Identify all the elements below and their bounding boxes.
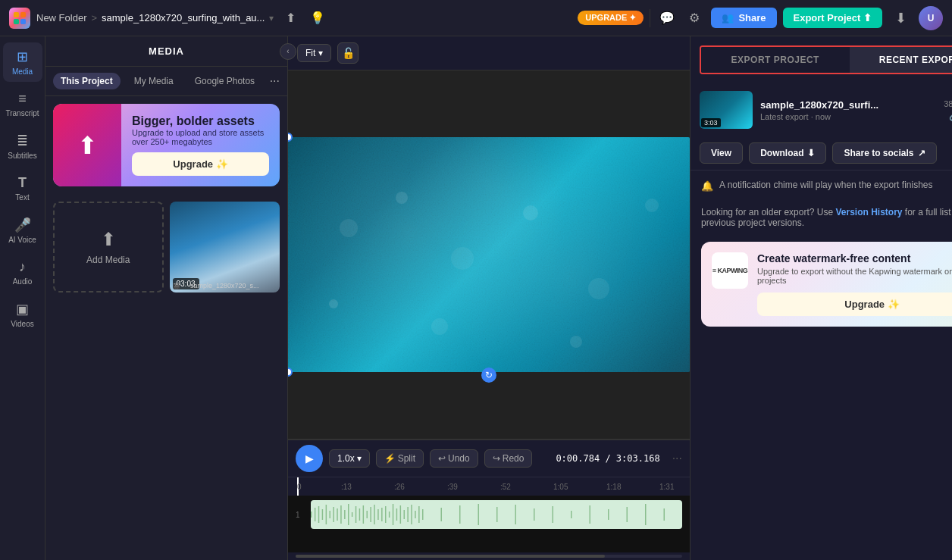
track-content[interactable] (311, 500, 682, 529)
svg-rect-54 (608, 509, 609, 520)
play-button[interactable]: ▶ (296, 445, 323, 472)
svg-rect-53 (590, 505, 590, 524)
media-panel: MEDIA ‹ This Project My Media Google Pho… (45, 36, 288, 560)
tab-my-media[interactable]: My Media (127, 73, 181, 89)
sidebar-item-ai-voice[interactable]: 🎤 AI Voice (3, 211, 42, 250)
timeline-more-button[interactable]: ··· (672, 452, 682, 465)
svg-rect-50 (534, 508, 534, 521)
tab-recent-exports[interactable]: RECENT EXPORTS (850, 47, 953, 73)
redo-button[interactable]: ↪ Redo (484, 449, 533, 468)
svg-rect-34 (385, 506, 386, 523)
svg-rect-21 (337, 508, 337, 521)
ruler-mark-13: :13 (341, 483, 352, 491)
notification-text: A notification chime will play when the … (719, 180, 952, 190)
undo-button[interactable]: ↩ Undo (430, 449, 478, 468)
sidebar-item-transcript[interactable]: ≡ Transcript (3, 85, 42, 124)
sidebar-item-audio[interactable]: ♪ Audio (3, 253, 42, 292)
svg-rect-41 (411, 505, 412, 524)
sidebar-item-text[interactable]: T Text (3, 169, 42, 208)
breadcrumb-chevron[interactable]: ▾ (269, 13, 274, 23)
share-socials-icon: ↗ (918, 148, 925, 158)
svg-rect-32 (377, 509, 378, 520)
settings-icon[interactable]: ⚙ (684, 8, 705, 29)
sidebar-item-videos[interactable]: ▣ Videos (3, 295, 42, 334)
media-icon: ⊞ (17, 48, 28, 65)
sidebar-item-text-label: Text (15, 193, 29, 202)
folder-name[interactable]: New Folder (36, 12, 86, 23)
svg-rect-16 (318, 506, 319, 523)
chat-icon[interactable]: 💬 (656, 8, 678, 29)
svg-rect-45 (441, 508, 442, 521)
svg-point-10 (645, 199, 659, 212)
export-project-button[interactable]: Export Project ⬆ (783, 8, 882, 28)
version-text: Looking for an older export? Use (701, 207, 833, 217)
add-media-button[interactable]: ⬆ Add Media (53, 202, 164, 293)
ai-voice-icon: 🎤 (14, 217, 31, 233)
svg-rect-3 (20, 18, 26, 23)
canvas-video[interactable] (288, 137, 690, 372)
sidebar-item-subtitles[interactable]: ≣ Subtitles (3, 127, 42, 166)
svg-rect-55 (627, 507, 628, 522)
upload-button[interactable]: ⬆ (280, 8, 301, 29)
sidebar-item-audio-label: Audio (13, 277, 33, 286)
light-button[interactable]: 💡 (307, 8, 328, 29)
tab-this-project[interactable]: This Project (53, 73, 121, 89)
export-actions: View Download ⬇ Share to socials ↗ (700, 136, 952, 170)
topbar-download-button[interactable]: ⬇ (888, 6, 913, 30)
svg-rect-30 (370, 507, 371, 522)
sidebar-item-transcript-label: Transcript (5, 109, 39, 117)
svg-rect-33 (381, 508, 382, 521)
speed-button[interactable]: 1.0x ▾ (329, 449, 370, 468)
ruler-mark-105: 1:05 (553, 483, 568, 491)
svg-rect-44 (422, 509, 423, 520)
ruler-mark-26: :26 (394, 483, 405, 491)
svg-point-13 (570, 336, 582, 348)
watermark-upgrade-button[interactable]: Upgrade ✨ (757, 293, 952, 316)
notification-bell-icon: 🔔 (701, 180, 713, 192)
canvas-video-wrapper: ↻ (288, 137, 690, 372)
recent-export-row: 3:03 sample_1280x720_surfi... Latest exp… (700, 83, 952, 136)
svg-rect-46 (459, 505, 460, 524)
scrollbar-thumb[interactable] (296, 555, 605, 558)
tab-export-project[interactable]: EXPORT PROJECT (701, 47, 850, 73)
copy-link-icon: 🔗 (949, 111, 952, 121)
sidebar-item-videos-label: Videos (11, 320, 33, 328)
media-tab-more-button[interactable]: ··· (270, 74, 280, 88)
undo-icon: ↩ (438, 453, 446, 464)
copy-link-button[interactable]: 🔗 Copy Link (949, 111, 952, 121)
rotate-handle[interactable]: ↻ (481, 368, 496, 383)
split-button[interactable]: ⚡ Split (376, 449, 424, 468)
share-button[interactable]: 👥 Share (711, 8, 776, 28)
videos-icon: ▣ (16, 301, 29, 318)
track-label: 1 (296, 511, 311, 519)
tab-google-photos[interactable]: Google Photos (187, 73, 262, 89)
view-button[interactable]: View (700, 142, 743, 164)
sidebar-item-media-label: Media (12, 67, 33, 76)
add-media-icon: ⬆ (101, 229, 116, 250)
svg-point-9 (588, 278, 609, 299)
export-filename: sample_1280x720_surfi... (760, 99, 936, 111)
export-thumb-duration: 3:03 (701, 118, 721, 127)
export-latest-label: Latest export · now (760, 112, 831, 121)
media-grid: ⬆ Add Media 03:03 🎬 sample_1280x720_s... (45, 194, 287, 300)
media-thumbnail-0[interactable]: 03:03 🎬 sample_1280x720_s... (170, 202, 280, 293)
version-history-link[interactable]: Version History (835, 207, 902, 217)
share-to-socials-button[interactable]: Share to socials ↗ (832, 142, 936, 164)
upgrade-card-button[interactable]: Upgrade ✨ (132, 152, 269, 176)
user-avatar[interactable]: U (919, 6, 943, 30)
media-panel-collapse-button[interactable]: ‹ (280, 43, 296, 60)
fit-button[interactable]: Fit ▾ (297, 44, 331, 62)
svg-point-8 (523, 205, 538, 221)
kapwing-logo: ≡ KAPWING (712, 252, 748, 289)
canvas-area: Fit ▾ 🔓 (288, 36, 690, 560)
upgrade-badge[interactable]: UPGRADE ✦ (578, 11, 644, 25)
timeline-ruler: 0 :13 :26 :39 :52 1:05 1:18 1:31 1:44 1:… (288, 477, 690, 496)
svg-point-7 (451, 247, 474, 270)
download-button[interactable]: Download ⬇ (749, 142, 826, 164)
sidebar-item-ai-voice-label: AI Voice (8, 236, 36, 244)
export-thumbnail: 3:03 (700, 91, 753, 129)
canvas-toolbar: Fit ▾ 🔓 (288, 36, 690, 70)
lock-button[interactable]: 🔓 (337, 42, 359, 64)
media-tabs: This Project My Media Google Photos ··· (45, 67, 287, 96)
sidebar-item-media[interactable]: ⊞ Media (3, 42, 42, 82)
